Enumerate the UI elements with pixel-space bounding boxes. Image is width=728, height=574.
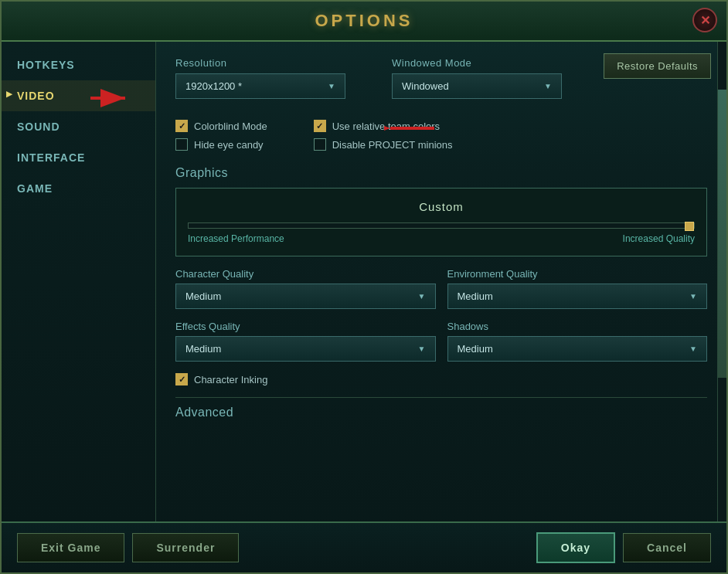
slider-labels: Increased Performance Increased Quality	[188, 233, 695, 244]
sidebar: HOTKEYS VIDEO SOUND INTERFACE	[2, 42, 156, 521]
character-inking-label: Character Inking	[194, 374, 267, 385]
sidebar-item-video[interactable]: VIDEO	[2, 80, 155, 111]
scrollbar[interactable]	[717, 42, 726, 521]
disable-project-checkbox[interactable]	[314, 138, 326, 151]
relative-colors-row: Use relative team colors	[314, 120, 453, 132]
relative-colors-label: Use relative team colors	[332, 121, 440, 132]
shadows-arrow: ▼	[689, 345, 697, 353]
environment-quality-dropdown[interactable]: Medium ▼	[447, 284, 708, 309]
title-bar: OPTIONS ✕	[2, 2, 726, 42]
restore-defaults-button[interactable]: Restore Defaults	[604, 53, 711, 79]
hide-candy-checkbox[interactable]	[175, 138, 188, 151]
checkboxes-row: Colorblind Mode	[175, 120, 707, 157]
character-quality-group: Character Quality Medium ▼	[175, 268, 436, 309]
resolution-dropdown[interactable]: 1920x1200 * ▼	[175, 73, 345, 99]
increased-quality-label: Increased Quality	[623, 233, 695, 244]
character-inking-checkbox[interactable]	[175, 373, 188, 385]
right-checkboxes: Use relative team colors Disable PROJECT…	[314, 120, 453, 157]
disable-project-label: Disable PROJECT minions	[332, 139, 453, 151]
windowed-section: Windowed Mode Windowed ▼	[392, 57, 562, 99]
graphics-box: Custom Increased Performance Increased Q…	[175, 188, 707, 256]
hide-candy-label: Hide eye candy	[194, 139, 264, 151]
environment-quality-arrow: ▼	[689, 292, 697, 301]
sidebar-item-hotkeys[interactable]: HOTKEYS	[2, 49, 155, 80]
okay-button[interactable]: Okay	[536, 532, 615, 563]
advanced-title: Advanced	[175, 406, 707, 419]
resolution-label: Resolution	[175, 57, 345, 69]
character-quality-arrow: ▼	[418, 292, 426, 301]
cancel-button[interactable]: Cancel	[623, 533, 711, 562]
sidebar-item-sound[interactable]: SOUND	[2, 111, 155, 142]
graphics-title: Graphics	[175, 166, 707, 180]
colorblind-label: Colorblind Mode	[194, 121, 267, 132]
character-inking-row: Character Inking	[175, 373, 707, 385]
content-area: Restore Defaults Resolution 1920x1200 * …	[156, 42, 726, 521]
slider-track	[188, 222, 695, 229]
colorblind-row: Colorblind Mode	[175, 120, 267, 132]
window-title: OPTIONS	[17, 11, 711, 31]
surrender-button[interactable]: Surrender	[132, 533, 239, 562]
effects-quality-dropdown[interactable]: Medium ▼	[175, 336, 436, 362]
relative-colors-checkbox[interactable]	[314, 120, 326, 132]
scrollbar-thumb	[718, 90, 726, 378]
quality-slider[interactable]	[188, 222, 695, 229]
resolution-section: Resolution 1920x1200 * ▼	[175, 57, 345, 99]
windowed-label: Windowed Mode	[392, 57, 562, 69]
footer: Exit Game Surrender Okay Cancel	[2, 521, 726, 572]
resolution-dropdown-arrow: ▼	[328, 82, 335, 90]
slider-thumb	[685, 222, 694, 231]
sidebar-item-interface[interactable]: INTERFACE	[2, 142, 155, 173]
options-window: OPTIONS ✕ HOTKEYS VIDEO	[0, 0, 728, 574]
graphics-section: Graphics Custom Increased Performance In…	[175, 166, 707, 419]
character-quality-dropdown[interactable]: Medium ▼	[175, 284, 436, 309]
disable-project-row: Disable PROJECT minions	[314, 138, 453, 151]
windowed-dropdown[interactable]: Windowed ▼	[392, 73, 562, 99]
advanced-section: Advanced	[175, 397, 707, 419]
quality-dropdowns: Character Quality Medium ▼ Environment Q…	[175, 268, 707, 362]
character-quality-label: Character Quality	[175, 268, 436, 280]
environment-quality-group: Environment Quality Medium ▼	[447, 268, 708, 309]
close-button[interactable]: ✕	[692, 8, 717, 32]
exit-game-button[interactable]: Exit Game	[17, 533, 124, 562]
sidebar-item-game[interactable]: GAME	[2, 173, 155, 204]
windowed-dropdown-arrow: ▼	[544, 82, 552, 90]
shadows-dropdown[interactable]: Medium ▼	[447, 336, 708, 362]
shadows-group: Shadows Medium ▼	[447, 321, 708, 362]
increased-performance-label: Increased Performance	[188, 233, 284, 244]
hide-candy-row: Hide eye candy	[175, 138, 267, 151]
arrow-to-video	[87, 87, 133, 110]
environment-quality-label: Environment Quality	[447, 268, 708, 280]
colorblind-checkbox[interactable]	[175, 120, 188, 132]
custom-label: Custom	[188, 200, 695, 213]
effects-quality-arrow: ▼	[418, 345, 426, 353]
main-content: HOTKEYS VIDEO SOUND INTERFACE	[2, 42, 726, 521]
effects-quality-group: Effects Quality Medium ▼	[175, 321, 436, 362]
effects-quality-label: Effects Quality	[175, 321, 436, 332]
left-checkboxes: Colorblind Mode	[175, 120, 267, 157]
shadows-label: Shadows	[447, 321, 708, 332]
